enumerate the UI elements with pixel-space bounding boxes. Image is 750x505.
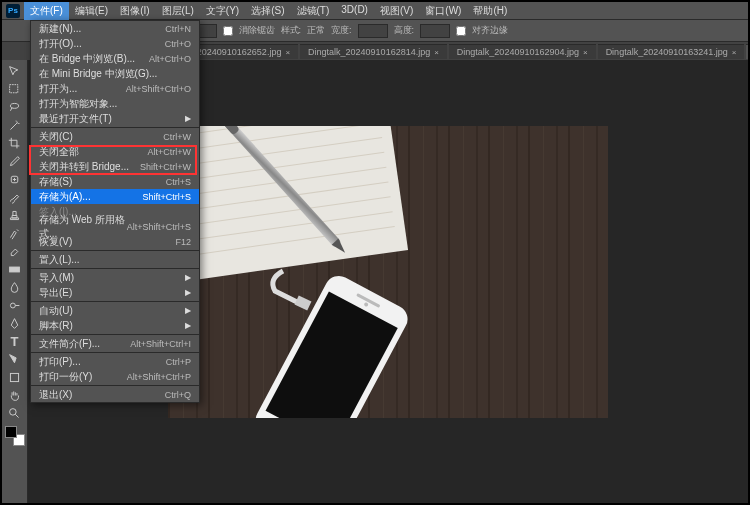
menu-item[interactable]: 存储为 Web 所用格式...Alt+Shift+Ctrl+S [31, 219, 199, 234]
close-icon[interactable]: × [434, 48, 439, 57]
menu-item[interactable]: 新建(N)...Ctrl+N [31, 21, 199, 36]
menu-item-label: 存储(S) [39, 175, 72, 189]
menu-item[interactable]: 图层(L) [156, 2, 200, 20]
menu-separator [31, 268, 199, 269]
menu-separator [31, 301, 199, 302]
path-tool-icon[interactable] [5, 350, 25, 368]
pen-tool-icon[interactable] [5, 314, 25, 332]
menu-item[interactable]: 存储为(A)...Shift+Ctrl+S [31, 189, 199, 204]
menu-item[interactable]: 脚本(R)▶ [31, 318, 199, 333]
width-input[interactable] [358, 24, 388, 38]
menu-item-shortcut: Ctrl+S [166, 177, 191, 187]
wand-tool-icon[interactable] [5, 116, 25, 134]
history-brush-tool-icon[interactable] [5, 224, 25, 242]
brush-tool-icon[interactable] [5, 188, 25, 206]
lasso-tool-icon[interactable] [5, 98, 25, 116]
menu-separator [31, 250, 199, 251]
eraser-tool-icon[interactable] [5, 242, 25, 260]
menu-item-shortcut: Ctrl+P [166, 357, 191, 367]
menu-item-label: 导出(E) [39, 286, 72, 300]
menu-item[interactable]: 编辑(E) [69, 2, 114, 20]
menu-item[interactable]: 关闭(C)Ctrl+W [31, 129, 199, 144]
width-label: 宽度: [331, 24, 352, 37]
blur-tool-icon[interactable] [5, 278, 25, 296]
menu-item-label: 导入(M) [39, 271, 74, 285]
menu-item[interactable]: 打开为...Alt+Shift+Ctrl+O [31, 81, 199, 96]
close-icon[interactable]: × [732, 48, 737, 57]
type-tool-icon[interactable]: T [5, 332, 25, 350]
menu-item[interactable]: 自动(U)▶ [31, 303, 199, 318]
menu-item-label: 退出(X) [39, 388, 72, 402]
menu-item-shortcut: Ctrl+N [165, 24, 191, 34]
menu-item-label: 关闭(C) [39, 130, 73, 144]
document-tab[interactable]: Dingtalk_20240910162904.jpg× [449, 44, 596, 59]
hand-tool-icon[interactable] [5, 386, 25, 404]
menu-item[interactable]: 退出(X)Ctrl+Q [31, 387, 199, 402]
menu-item[interactable]: 存储(S)Ctrl+S [31, 174, 199, 189]
menu-item-shortcut: Ctrl+W [163, 132, 191, 142]
menu-item[interactable]: 最近打开文件(T)▶ [31, 111, 199, 126]
svg-point-4 [10, 303, 15, 308]
menu-item-label: 最近打开文件(T) [39, 112, 112, 126]
menu-item-shortcut: Alt+Shift+Ctrl+P [127, 372, 191, 382]
svg-rect-0 [10, 84, 18, 92]
menu-item[interactable]: 在 Bridge 中浏览(B)...Alt+Ctrl+O [31, 51, 199, 66]
menu-item[interactable]: 导出(E)▶ [31, 285, 199, 300]
document-tab[interactable]: Dingtalk_20240910163241.jpg× [598, 44, 745, 59]
menubar: Ps 文件(F)编辑(E)图像(I)图层(L)文字(Y)选择(S)滤镜(T)3D… [2, 2, 748, 20]
menu-item[interactable]: 3D(D) [335, 2, 374, 20]
crop-tool-icon[interactable] [5, 134, 25, 152]
menu-item[interactable]: 打开为智能对象... [31, 96, 199, 111]
menu-item-label: 新建(N)... [39, 22, 81, 36]
heal-tool-icon[interactable] [5, 170, 25, 188]
shape-tool-icon[interactable] [5, 368, 25, 386]
menu-item[interactable]: 帮助(H) [467, 2, 513, 20]
menu-item-shortcut: Alt+Ctrl+W [147, 147, 191, 157]
svg-point-6 [10, 408, 17, 415]
eyedropper-tool-icon[interactable] [5, 152, 25, 170]
refine-checkbox[interactable] [456, 26, 466, 36]
fg-color-swatch[interactable] [5, 426, 17, 438]
menu-item-shortcut: Alt+Shift+Ctrl+I [130, 339, 191, 349]
style-value[interactable]: 正常 [307, 24, 325, 37]
menu-item[interactable]: 选择(S) [245, 2, 290, 20]
menu-item[interactable]: 窗口(W) [419, 2, 467, 20]
marquee-tool-icon[interactable] [5, 80, 25, 98]
menu-item[interactable]: 打印一份(Y)Alt+Shift+Ctrl+P [31, 369, 199, 384]
menu-item[interactable]: 文件(F) [24, 2, 69, 20]
menu-item[interactable]: 文字(Y) [200, 2, 245, 20]
menu-item[interactable]: 关闭并转到 Bridge...Shift+Ctrl+W [31, 159, 199, 174]
style-label: 样式: [281, 24, 302, 37]
antialias-label: 消除锯齿 [239, 24, 275, 37]
menu-item-shortcut: Shift+Ctrl+S [142, 192, 191, 202]
menu-item[interactable]: 在 Mini Bridge 中浏览(G)... [31, 66, 199, 81]
move-tool-icon[interactable] [5, 62, 25, 80]
svg-rect-5 [10, 373, 18, 381]
zoom-tool-icon[interactable] [5, 404, 25, 422]
menu-item[interactable]: 视图(V) [374, 2, 419, 20]
stamp-tool-icon[interactable] [5, 206, 25, 224]
menu-item[interactable]: 导入(M)▶ [31, 270, 199, 285]
document-tab[interactable]: apple-i× [746, 44, 748, 59]
menu-item[interactable]: 打印(P)...Ctrl+P [31, 354, 199, 369]
close-icon[interactable]: × [285, 48, 290, 57]
antialias-checkbox[interactable] [223, 26, 233, 36]
document-tab[interactable]: Dingtalk_20240910162814.jpg× [300, 44, 447, 59]
menu-item[interactable]: 图像(I) [114, 2, 155, 20]
file-menu-dropdown: 新建(N)...Ctrl+N打开(O)...Ctrl+O在 Bridge 中浏览… [30, 20, 200, 403]
close-icon[interactable]: × [583, 48, 588, 57]
toolbar: T [2, 60, 28, 503]
menu-item[interactable]: 文件简介(F)...Alt+Shift+Ctrl+I [31, 336, 199, 351]
menu-item[interactable]: 关闭全部Alt+Ctrl+W [31, 144, 199, 159]
color-swatches[interactable] [5, 426, 25, 446]
menu-item[interactable]: 打开(O)...Ctrl+O [31, 36, 199, 51]
height-input[interactable] [420, 24, 450, 38]
gradient-tool-icon[interactable] [5, 260, 25, 278]
menu-item-label: 在 Mini Bridge 中浏览(G)... [39, 67, 157, 81]
dodge-tool-icon[interactable] [5, 296, 25, 314]
menu-item[interactable]: 置入(L)... [31, 252, 199, 267]
menu-item[interactable]: 滤镜(T) [291, 2, 336, 20]
ps-logo: Ps [6, 4, 20, 18]
chevron-right-icon: ▶ [185, 321, 191, 330]
chevron-right-icon: ▶ [185, 306, 191, 315]
